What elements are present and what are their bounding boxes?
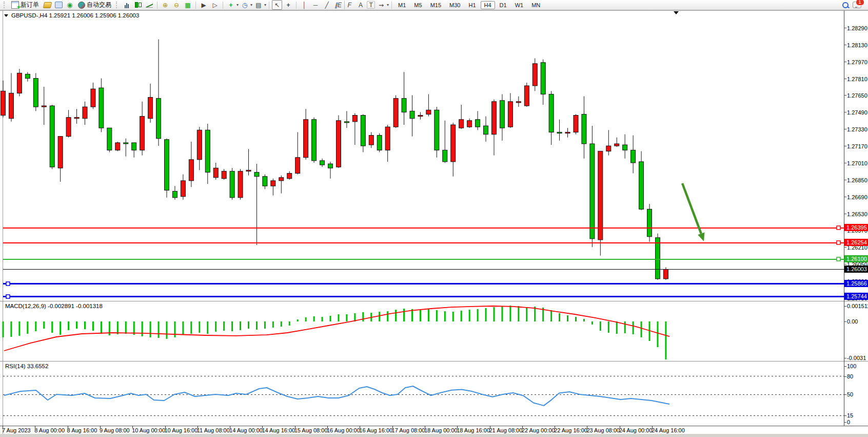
text-label-icon[interactable]: T: [367, 1, 375, 9]
text-icon[interactable]: A: [356, 0, 366, 10]
candle: [66, 110, 71, 137]
candle: [33, 73, 38, 111]
fibonacci-icon[interactable]: F: [344, 0, 354, 10]
price-tick-label: 1.27010: [847, 160, 867, 166]
candle-body: [435, 110, 439, 150]
toolbar: 新订单 ◉ 自动交易 ⊕ ⊖ ▦ ▶ ▷ +▾ ◷▾ ▤▾ ↖ + │ ─ ╱ …: [0, 0, 868, 10]
tf-w1[interactable]: W1: [511, 1, 527, 9]
tile-windows-icon[interactable]: ▦: [183, 0, 193, 10]
hline-handle[interactable]: [837, 226, 840, 230]
candle-body: [361, 116, 365, 146]
tf-h4[interactable]: H4: [481, 1, 495, 9]
periods-icon[interactable]: ◷: [240, 0, 250, 10]
tf-d1[interactable]: D1: [496, 1, 510, 9]
chart-window[interactable]: 1.282901.281301.279701.278101.276501.274…: [0, 10, 868, 437]
time-label: 7 Aug 2023: [2, 427, 31, 433]
indicators-icon[interactable]: +: [226, 0, 236, 10]
price-tick-label: 1.27490: [847, 109, 867, 116]
arrows-tool-icon[interactable]: ⇝: [376, 0, 386, 10]
crosshair-icon[interactable]: +: [283, 0, 293, 10]
chat-icon[interactable]: 1: [852, 0, 862, 10]
tf-m1[interactable]: M1: [394, 1, 409, 9]
candle: [508, 93, 512, 128]
price-badge-label: 1.25866: [846, 280, 867, 287]
candle: [459, 105, 464, 129]
tf-h1[interactable]: H1: [465, 1, 479, 9]
bar-chart-icon[interactable]: [122, 0, 132, 10]
candle: [263, 175, 267, 189]
time-label: 22 Aug 00:00: [522, 427, 555, 433]
trend-arrow[interactable]: [682, 183, 701, 234]
tf-m30[interactable]: M30: [446, 1, 464, 9]
candle-body: [418, 116, 423, 117]
candle: [165, 139, 169, 198]
candle-body: [606, 146, 611, 151]
cursor-icon[interactable]: ↖: [272, 0, 282, 10]
scale-marker[interactable]: [674, 11, 679, 14]
autotrade-button[interactable]: 自动交易: [76, 1, 113, 9]
trendline-icon[interactable]: ╱: [322, 0, 332, 10]
tf-m15[interactable]: M15: [427, 1, 445, 9]
zoom-in-icon[interactable]: ⊕: [160, 0, 170, 10]
hline-handle[interactable]: [837, 241, 840, 244]
candle-body: [124, 143, 128, 144]
candle-body: [189, 160, 193, 181]
candle-body: [532, 64, 537, 86]
candle-body: [663, 269, 668, 278]
market-watch-icon[interactable]: [42, 0, 52, 10]
candle: [132, 143, 136, 158]
candle: [156, 40, 161, 146]
new-order-button[interactable]: 新订单: [9, 1, 41, 9]
equidistant-channel-icon[interactable]: ∥E: [333, 0, 343, 10]
candlestick-chart-icon[interactable]: [133, 0, 143, 10]
candle-body: [508, 102, 512, 127]
new-order-icon: [11, 1, 19, 9]
chart-shift-icon[interactable]: ▷: [210, 0, 220, 10]
price-tick-label: 1.27810: [847, 76, 867, 82]
price-badge-label: 1.26395: [846, 224, 867, 231]
candle: [492, 100, 497, 156]
candle-body: [582, 114, 586, 144]
time-label: 14 Aug 00:00: [229, 427, 263, 433]
zoom-out-icon[interactable]: ⊖: [171, 0, 182, 10]
trend-arrow-head[interactable]: [698, 233, 704, 241]
time-label: 8 Aug 00:00: [34, 427, 65, 433]
candle-body: [541, 63, 545, 94]
terminal-icon[interactable]: [53, 0, 64, 10]
candle-body: [426, 110, 431, 114]
candle-body: [205, 130, 210, 172]
candle-body: [615, 144, 619, 146]
time-label: 18 Aug 00:00: [424, 427, 458, 433]
chart-svg[interactable]: 1.282901.281301.279701.278101.276501.274…: [0, 10, 868, 437]
candle-body: [165, 140, 169, 191]
hline-handle[interactable]: [6, 282, 10, 286]
candle: [148, 84, 153, 123]
candle-body: [377, 136, 382, 150]
candle-body: [9, 93, 13, 118]
hline-handle[interactable]: [6, 295, 10, 298]
tf-mn[interactable]: MN: [528, 1, 544, 9]
candle-body: [295, 158, 300, 174]
candle: [524, 83, 529, 107]
templates-icon[interactable]: ▤: [253, 0, 264, 10]
signals-icon[interactable]: ◉: [65, 0, 75, 10]
candle-body: [402, 99, 406, 112]
vertical-line-icon[interactable]: │: [299, 0, 309, 10]
candle: [361, 114, 365, 152]
candle: [574, 114, 578, 134]
candle: [631, 136, 636, 174]
tf-m5[interactable]: M5: [410, 1, 425, 9]
toolbar-grip: [4, 2, 7, 8]
candle: [42, 87, 46, 125]
rsi-axis-label: 15: [847, 412, 853, 419]
line-chart-icon[interactable]: [144, 0, 154, 10]
candle-body: [132, 143, 136, 150]
hline-handle[interactable]: [837, 257, 840, 261]
search-icon[interactable]: [840, 0, 851, 10]
horizontal-line-icon[interactable]: ─: [310, 0, 321, 10]
candle: [647, 204, 652, 242]
candle: [213, 163, 218, 180]
autoscroll-icon[interactable]: ▶: [199, 0, 209, 10]
candle-body: [639, 162, 644, 209]
symbol-dropdown-icon[interactable]: [4, 14, 8, 17]
